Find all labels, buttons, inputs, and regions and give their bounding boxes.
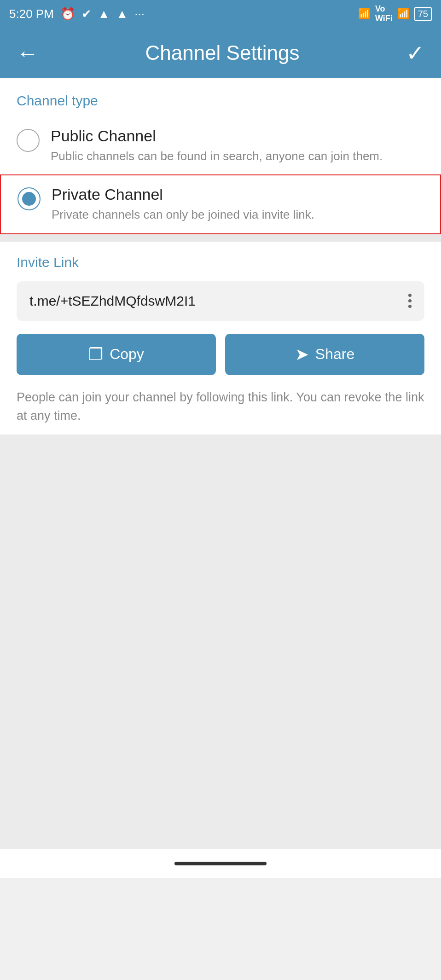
confirm-button[interactable]: ✓ (406, 40, 424, 66)
share-label: Share (315, 346, 354, 363)
invite-link-box: t.me/+tSEZhdMQfdswM2I1 (17, 281, 424, 321)
status-icons: 📶 VoWiFi 📶 75 (358, 4, 432, 23)
channel-type-label: Channel type (0, 78, 441, 117)
public-channel-desc: Public channels can be found in search, … (51, 148, 383, 164)
more-icon: ··· (134, 7, 145, 21)
public-channel-title: Public Channel (51, 127, 383, 145)
bottom-navigation-bar (0, 849, 441, 878)
share-icon: ➤ (295, 345, 309, 364)
status-time: 5:20 PM ⏰ ✔ ▲ ▲ ··· (9, 7, 145, 21)
private-channel-option[interactable]: Private Channel Private channels can onl… (0, 174, 441, 234)
public-channel-option[interactable]: Public Channel Public channels can be fo… (0, 117, 441, 174)
private-channel-text: Private Channel Private channels can onl… (52, 186, 314, 223)
invite-link-section: Invite Link t.me/+tSEZhdMQfdswM2I1 ❐ Cop… (0, 242, 441, 435)
radio-selected-dot (22, 192, 36, 206)
drive-icon: ▲ (98, 7, 110, 21)
status-bar: 5:20 PM ⏰ ✔ ▲ ▲ ··· 📶 VoWiFi 📶 75 (0, 0, 441, 28)
check-icon: ✔ (81, 7, 92, 21)
home-indicator (174, 862, 267, 865)
dot-3 (408, 305, 412, 308)
copy-label: Copy (110, 346, 144, 363)
share-button[interactable]: ➤ Share (225, 334, 424, 375)
action-buttons-row: ❐ Copy ➤ Share (17, 334, 424, 375)
drive-icon-2: ▲ (116, 7, 128, 21)
wifi-icon: 📶 (397, 8, 410, 20)
more-options-button[interactable] (408, 294, 412, 308)
section-divider (0, 234, 441, 242)
content-area: Channel type Public Channel Public chann… (0, 78, 441, 435)
invite-link-label: Invite Link (17, 255, 424, 270)
empty-gray-area (0, 435, 441, 849)
vowifi-icon: VoWiFi (375, 4, 393, 23)
private-channel-desc: Private channels can only be joined via … (52, 206, 314, 223)
public-channel-text: Public Channel Public channels can be fo… (51, 127, 383, 164)
battery-indicator: 75 (414, 7, 432, 21)
app-bar: ← Channel Settings ✓ (0, 28, 441, 78)
alarm-icon: ⏰ (60, 7, 75, 21)
page-title: Channel Settings (145, 41, 299, 64)
copy-icon: ❐ (88, 345, 103, 364)
private-channel-title: Private Channel (52, 186, 314, 203)
private-channel-radio[interactable] (17, 187, 41, 210)
time-text: 5:20 PM (9, 7, 54, 21)
public-channel-radio[interactable] (17, 129, 40, 152)
invite-link-value: t.me/+tSEZhdMQfdswM2I1 (29, 293, 196, 309)
channel-type-section: Channel type Public Channel Public chann… (0, 78, 441, 234)
back-button[interactable]: ← (17, 41, 39, 66)
invite-note: People can join your channel by followin… (17, 388, 424, 425)
dot-1 (408, 294, 412, 297)
copy-button[interactable]: ❐ Copy (17, 334, 216, 375)
dot-2 (408, 299, 412, 302)
signal-icon: 📶 (358, 8, 371, 20)
